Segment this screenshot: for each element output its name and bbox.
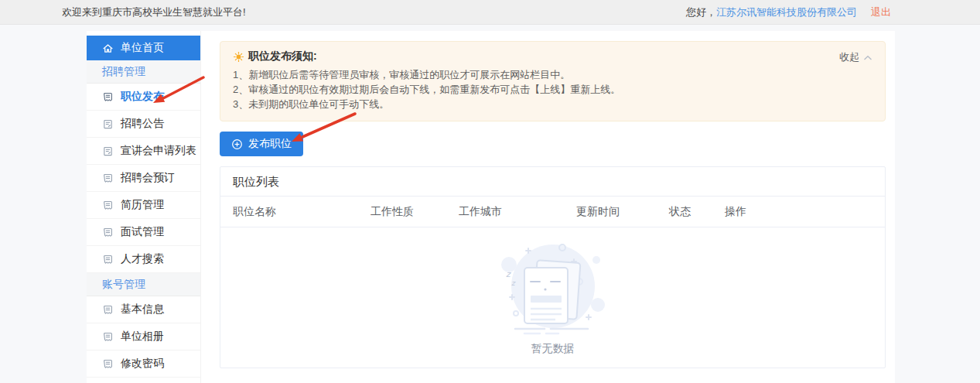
notice-line: 1、新增职位后需等待管理员审核，审核通过的职位才可展示在网站栏目中。 bbox=[233, 67, 777, 82]
notice-line: 3、未到期的职位单位可手动下线。 bbox=[233, 97, 777, 111]
sidebar-item-label: 基本信息 bbox=[121, 303, 164, 316]
sidebar-section-recruit-mgmt: 招聘管理 bbox=[87, 60, 200, 84]
sidebar-item-label: 简历管理 bbox=[121, 198, 164, 212]
sidebar-item-change-password[interactable]: 修改密码 bbox=[87, 351, 200, 378]
sidebar-item-label: 职位发布 bbox=[121, 90, 164, 104]
publish-job-label: 发布职位 bbox=[248, 137, 292, 151]
home-icon bbox=[102, 43, 114, 54]
sidebar-item-label: 单位相册 bbox=[121, 330, 164, 344]
col-work-city: 工作城市 bbox=[459, 205, 576, 219]
topbar: 欢迎来到重庆市高校毕业生智慧就业平台! 您好， 江苏尔讯智能科技股份有限公司 退… bbox=[0, 0, 980, 25]
doc-list-icon bbox=[102, 331, 114, 343]
job-list-panel: 职位列表 职位名称 工作性质 工作城市 更新时间 状态 操作 bbox=[220, 166, 886, 368]
col-update-time: 更新时间 bbox=[576, 205, 669, 219]
doc-pencil-icon bbox=[102, 118, 114, 130]
doc-list-icon bbox=[102, 173, 114, 184]
sidebar: 单位首页 招聘管理 职位发布 招聘公告 宣讲会申请列表 bbox=[87, 31, 201, 383]
empty-text: 暂无数据 bbox=[531, 342, 575, 356]
sidebar-section-account-mgmt: 账号管理 bbox=[87, 273, 200, 296]
sidebar-item-recruit-notice[interactable]: 招聘公告 bbox=[87, 111, 200, 138]
sidebar-item-job-publish[interactable]: 职位发布 bbox=[87, 84, 200, 111]
job-table-header: 职位名称 工作性质 工作城市 更新时间 状态 操作 bbox=[220, 197, 885, 227]
empty-state: z z 暂无 bbox=[220, 227, 885, 356]
sidebar-item-label: 招聘会预订 bbox=[121, 171, 175, 185]
col-actions: 操作 bbox=[725, 205, 746, 219]
doc-list-icon bbox=[102, 358, 114, 370]
publish-job-button[interactable]: 发布职位 bbox=[220, 132, 303, 156]
sidebar-item-label: 宣讲会申请列表 bbox=[121, 144, 196, 158]
collapse-label: 收起 bbox=[839, 50, 859, 64]
lightbulb-icon bbox=[233, 51, 244, 63]
sidebar-section-label: 账号管理 bbox=[102, 278, 145, 292]
empty-illustration: z z bbox=[480, 238, 627, 340]
doc-list-icon bbox=[102, 254, 114, 265]
sidebar-item-company-home[interactable]: 单位首页 bbox=[87, 36, 200, 60]
sidebar-item-label: 招聘公告 bbox=[121, 117, 164, 131]
logout-link[interactable]: 退出 bbox=[871, 5, 891, 19]
collapse-toggle[interactable]: 收起 bbox=[839, 50, 872, 64]
col-job-name: 职位名称 bbox=[233, 205, 370, 219]
doc-list-icon bbox=[102, 91, 114, 103]
sidebar-item-label: 修改密码 bbox=[121, 357, 164, 371]
doc-pencil-icon bbox=[102, 145, 114, 157]
notice-title: 职位发布须知: bbox=[248, 50, 317, 63]
sidebar-item-interview-mgmt[interactable]: 面试管理 bbox=[87, 219, 200, 246]
company-name-link[interactable]: 江苏尔讯智能科技股份有限公司 bbox=[716, 5, 857, 19]
sidebar-item-company-album[interactable]: 单位相册 bbox=[87, 323, 200, 351]
sidebar-item-jobfair-booking[interactable]: 招聘会预订 bbox=[87, 165, 200, 192]
sidebar-item-talent-search[interactable]: 人才搜索 bbox=[87, 246, 200, 273]
col-job-nature: 工作性质 bbox=[370, 205, 459, 219]
sidebar-item-presentation-apply-list[interactable]: 宣讲会申请列表 bbox=[87, 138, 200, 165]
sidebar-item-resume-mgmt[interactable]: 简历管理 bbox=[87, 192, 200, 219]
chevron-up-icon bbox=[863, 52, 872, 63]
notice-line: 2、审核通过的职位有效期过期后会自动下线，如需重新发布可点击【上线】重新上线。 bbox=[233, 82, 777, 97]
sidebar-section-label: 招聘管理 bbox=[102, 65, 145, 79]
plus-circle-icon bbox=[231, 138, 243, 150]
sidebar-item-label: 面试管理 bbox=[121, 225, 164, 239]
sidebar-item-label: 单位首页 bbox=[121, 41, 164, 55]
job-list-title: 职位列表 bbox=[220, 167, 885, 197]
sidebar-item-label: 人才搜索 bbox=[121, 252, 164, 266]
welcome-text: 欢迎来到重庆市高校毕业生智慧就业平台! bbox=[62, 5, 246, 19]
main-content: 职位发布须知: 1、新增职位后需等待管理员审核，审核通过的职位才可展示在网站栏目… bbox=[201, 31, 895, 383]
sidebar-item-basic-info[interactable]: 基本信息 bbox=[87, 296, 200, 323]
publish-notice-box: 职位发布须知: 1、新增职位后需等待管理员审核，审核通过的职位才可展示在网站栏目… bbox=[220, 41, 886, 121]
doc-list-icon bbox=[102, 200, 114, 211]
doc-list-icon bbox=[102, 304, 114, 316]
content-shell: 单位首页 招聘管理 职位发布 招聘公告 宣讲会申请列表 bbox=[87, 31, 895, 383]
doc-list-icon bbox=[102, 227, 114, 238]
greeting-prefix: 您好， bbox=[686, 5, 716, 19]
col-status: 状态 bbox=[669, 205, 725, 219]
